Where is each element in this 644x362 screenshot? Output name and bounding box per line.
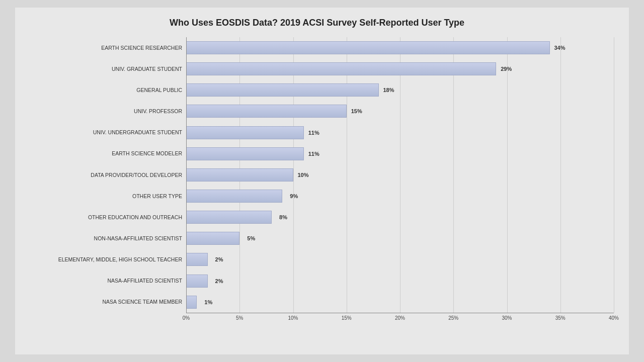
plot-area: 34%29%18%15%11%11%10%9%8%5%2%2%1% 0%5%10… (186, 37, 614, 324)
y-label: EARTH SCIENCE MODELER (20, 144, 182, 163)
chart-area: EARTH SCIENCE RESEARCHERUNIV. GRADUATE S… (20, 37, 614, 324)
x-tick: 10% (288, 315, 298, 321)
bar-row: 10% (186, 165, 614, 185)
bar-value-label: 8% (279, 214, 287, 220)
bar: 5% (186, 232, 239, 245)
bar-value-label: 11% (308, 130, 319, 136)
x-tick: 40% (609, 315, 619, 321)
y-label: NASA SCIENCE TEAM MEMBER (20, 293, 182, 312)
bar-value-label: 9% (290, 193, 298, 199)
bar-row: 8% (186, 208, 614, 227)
bar: 8% (186, 211, 272, 224)
bar: 11% (186, 147, 304, 160)
x-tick: 15% (342, 315, 352, 321)
bar: 29% (186, 62, 496, 75)
bar: 1% (186, 296, 197, 309)
bar-value-label: 11% (308, 151, 319, 157)
bar-value-label: 2% (215, 256, 223, 262)
bar: 10% (186, 168, 293, 182)
chart-container: Who Uses EOSDIS Data? 2019 ACSI Survey S… (15, 8, 629, 354)
y-label: ELEMENTARY, MIDDLE, HIGH SCHOOL TEACHER (20, 250, 182, 269)
y-axis: EARTH SCIENCE RESEARCHERUNIV. GRADUATE S… (20, 37, 186, 324)
chart-title: Who Uses EOSDIS Data? 2019 ACSI Survey S… (20, 18, 614, 28)
bar: 15% (186, 105, 347, 118)
y-label: OTHER EDUCATION AND OUTREACH (20, 208, 182, 227)
bar-row: 18% (186, 80, 614, 100)
y-label: DATA PROVIDER/TOOL DEVELOPER (20, 165, 182, 185)
bar: 11% (186, 126, 304, 139)
bar-value-label: 18% (383, 87, 394, 93)
y-label: NON-NASA-AFFILIATED SCIENTIST (20, 229, 182, 248)
bar-row: 1% (186, 293, 614, 312)
bar-row: 9% (186, 187, 614, 206)
bar: 9% (186, 190, 282, 203)
x-tick: 5% (236, 315, 243, 321)
y-label: OTHER USER TYPE (20, 187, 182, 206)
axis-line (186, 37, 187, 313)
y-label: NASA-AFFILIATED SCIENTIST (20, 272, 182, 291)
x-tick: 0% (183, 315, 190, 321)
x-tick: 20% (395, 315, 405, 321)
bar: 34% (186, 41, 550, 54)
x-tick: 35% (555, 315, 566, 321)
bar-value-label: 15% (351, 108, 362, 114)
y-label: UNIV. PROFESSOR (20, 102, 182, 121)
bar: 2% (186, 275, 208, 288)
y-label: EARTH SCIENCE RESEARCHER (20, 38, 182, 57)
bar-value-label: 5% (247, 235, 255, 241)
y-label: UNIV. GRADUATE STUDENT (20, 59, 182, 78)
x-tick: 30% (502, 315, 512, 321)
bar-row: 11% (186, 123, 614, 142)
bar-value-label: 1% (204, 299, 212, 305)
y-label: GENERAL PUBLIC (20, 80, 182, 100)
x-tick: 25% (448, 315, 458, 321)
y-label: UNIV. UNDERGRADUATE STUDENT (20, 123, 182, 142)
bar-value-label: 34% (554, 45, 565, 51)
bar-row: 5% (186, 229, 614, 248)
bar-row: 34% (186, 38, 614, 57)
bar: 18% (186, 83, 379, 97)
bar-value-label: 10% (297, 172, 308, 178)
bar-row: 11% (186, 144, 614, 163)
bar-value-label: 29% (501, 66, 512, 72)
bar-row: 2% (186, 272, 614, 291)
bar-row: 15% (186, 102, 614, 121)
bar-value-label: 2% (215, 278, 223, 284)
bars-section: 34%29%18%15%11%11%10%9%8%5%2%2%1% (186, 37, 614, 313)
bar-row: 2% (186, 250, 614, 269)
bar: 2% (186, 253, 208, 266)
grid-line (614, 37, 614, 313)
bar-row: 29% (186, 59, 614, 78)
x-axis: 0%5%10%15%20%25%30%35%40% (186, 313, 614, 324)
